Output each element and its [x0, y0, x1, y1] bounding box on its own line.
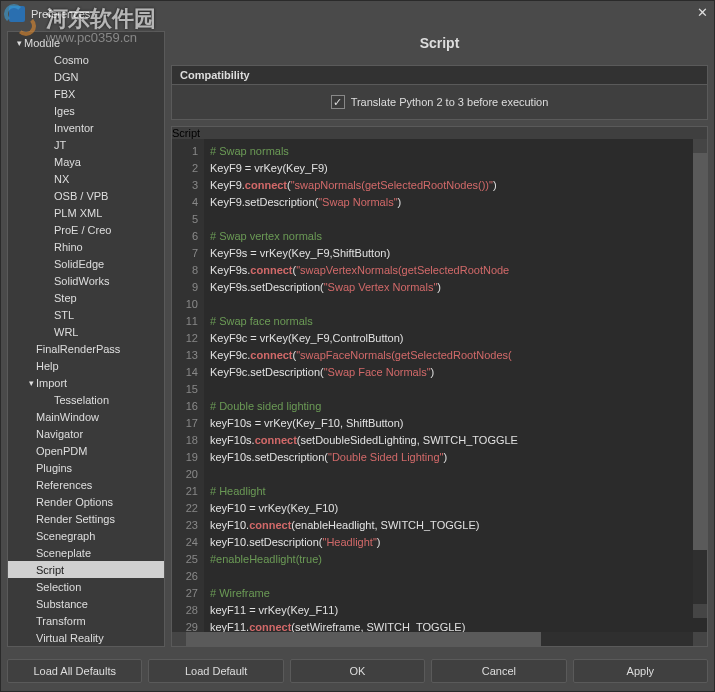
tree-item-substance[interactable]: Substance — [8, 595, 164, 612]
tree-item-scenegraph[interactable]: Scenegraph — [8, 527, 164, 544]
tree-item-wrl[interactable]: WRL — [8, 323, 164, 340]
tree-item-fbx[interactable]: FBX — [8, 85, 164, 102]
tree-item-solidworks[interactable]: SolidWorks — [8, 272, 164, 289]
tree-item-iges[interactable]: Iges — [8, 102, 164, 119]
load-all-defaults-button[interactable]: Load All Defaults — [7, 659, 142, 683]
ok-button[interactable]: OK — [290, 659, 425, 683]
window-title: Preferences — [31, 8, 90, 20]
vertical-scrollbar[interactable] — [693, 139, 707, 618]
content-panel: Script Compatibility ✓ Translate Python … — [171, 31, 708, 647]
tree-item-references[interactable]: References — [8, 476, 164, 493]
tree-item-script[interactable]: Script — [8, 561, 164, 578]
scroll-left-icon[interactable] — [172, 632, 186, 646]
tree-item-rhino[interactable]: Rhino — [8, 238, 164, 255]
tree-root-module[interactable]: ▾ Module — [8, 34, 164, 51]
tree-item-inventor[interactable]: Inventor — [8, 119, 164, 136]
tree-item-openpdm[interactable]: OpenPDM — [8, 442, 164, 459]
tree-item-tesselation[interactable]: Tesselation — [8, 391, 164, 408]
close-icon[interactable]: ✕ — [697, 5, 708, 20]
script-group: Script 123456789101112131415161718192021… — [171, 126, 708, 647]
tree-item-vrpn-tracking[interactable]: VRPN Tracking — [8, 646, 164, 647]
load-default-button[interactable]: Load Default — [148, 659, 283, 683]
tree-item-jt[interactable]: JT — [8, 136, 164, 153]
horizontal-scrollbar[interactable] — [172, 632, 707, 646]
apply-button[interactable]: Apply — [573, 659, 708, 683]
tree-item-plugins[interactable]: Plugins — [8, 459, 164, 476]
app-icon — [9, 6, 25, 22]
footer-buttons: Load All Defaults Load Default OK Cancel… — [1, 651, 714, 691]
checkbox-label: Translate Python 2 to 3 before execution — [351, 96, 549, 108]
tree-item-plm-xml[interactable]: PLM XML — [8, 204, 164, 221]
code-editor[interactable]: # Swap normalsKeyF9 = vrKey(Key_F9)KeyF9… — [204, 139, 707, 632]
tree-item-step[interactable]: Step — [8, 289, 164, 306]
scroll-up-icon[interactable] — [693, 139, 707, 153]
tree-item-transform[interactable]: Transform — [8, 612, 164, 629]
compatibility-group: Compatibility ✓ Translate Python 2 to 3 … — [171, 65, 708, 120]
line-gutter: 1234567891011121314151617181920212223242… — [172, 139, 204, 632]
tree-item-sceneplate[interactable]: Sceneplate — [8, 544, 164, 561]
preferences-window: Preferences ✕ ▾ Module Cosmo DGN FBX Ige… — [0, 0, 715, 692]
scroll-thumb[interactable] — [693, 153, 707, 550]
translate-python-checkbox[interactable]: ✓ Translate Python 2 to 3 before executi… — [331, 95, 549, 109]
tree-item-help[interactable]: Help — [8, 357, 164, 374]
page-title: Script — [171, 31, 708, 59]
tree-item-dgn[interactable]: DGN — [8, 68, 164, 85]
cancel-button[interactable]: Cancel — [431, 659, 566, 683]
tree-item-import[interactable]: ▾ Import — [8, 374, 164, 391]
tree-item-render-options[interactable]: Render Options — [8, 493, 164, 510]
tree-item-proe-creo[interactable]: ProE / Creo — [8, 221, 164, 238]
tree-item-finalrenderpass[interactable]: FinalRenderPass — [8, 340, 164, 357]
tree-item-nx[interactable]: NX — [8, 170, 164, 187]
compatibility-title: Compatibility — [172, 66, 707, 85]
script-title: Script — [172, 127, 707, 139]
tree-item-osb-vpb[interactable]: OSB / VPB — [8, 187, 164, 204]
titlebar: Preferences ✕ — [1, 1, 714, 27]
tree-item-render-settings[interactable]: Render Settings — [8, 510, 164, 527]
tree-item-maya[interactable]: Maya — [8, 153, 164, 170]
tree-item-navigator[interactable]: Navigator — [8, 425, 164, 442]
module-tree[interactable]: ▾ Module Cosmo DGN FBX Iges Inventor JT … — [7, 31, 165, 647]
tree-item-selection[interactable]: Selection — [8, 578, 164, 595]
tree-item-stl[interactable]: STL — [8, 306, 164, 323]
tree-item-virtual-reality[interactable]: Virtual Reality — [8, 629, 164, 646]
tree-item-solidedge[interactable]: SolidEdge — [8, 255, 164, 272]
scroll-thumb[interactable] — [186, 632, 541, 646]
checkbox-icon: ✓ — [331, 95, 345, 109]
tree-item-mainwindow[interactable]: MainWindow — [8, 408, 164, 425]
scroll-down-icon[interactable] — [693, 604, 707, 618]
scroll-right-icon[interactable] — [693, 632, 707, 646]
tree-item-cosmo[interactable]: Cosmo — [8, 51, 164, 68]
